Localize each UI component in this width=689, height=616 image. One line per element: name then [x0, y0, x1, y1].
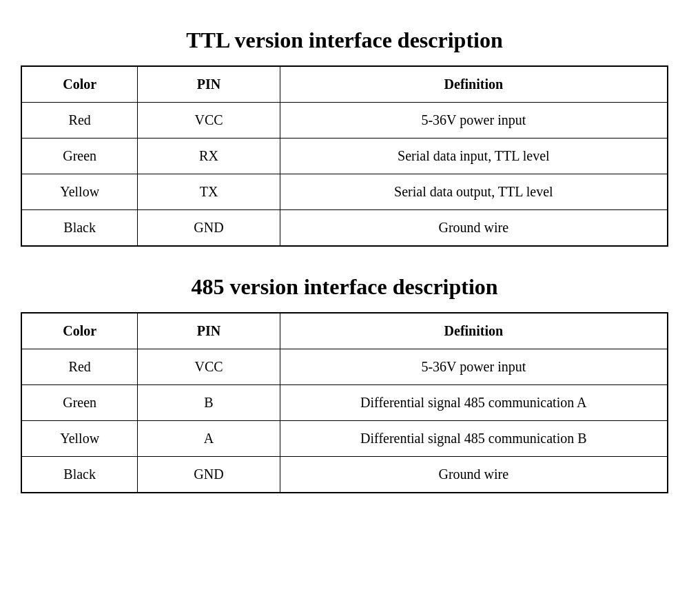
ttl-row-def-3: Ground wire: [280, 210, 668, 247]
ttl-row-pin-0: VCC: [138, 103, 280, 138]
rs485-section: 485 version interface description Color …: [21, 260, 668, 493]
table-row: Black GND Ground wire: [21, 210, 668, 247]
rs485-title: 485 version interface description: [21, 260, 668, 312]
table-row: Red VCC 5-36V power input: [21, 349, 668, 385]
ttl-row-color-1: Green: [21, 138, 138, 174]
ttl-section: TTL version interface description Color …: [21, 14, 668, 247]
rs485-header-def: Definition: [280, 313, 668, 349]
ttl-row-color-0: Red: [21, 103, 138, 138]
rs485-row-color-1: Green: [21, 385, 138, 421]
rs485-row-pin-1: B: [138, 385, 280, 421]
ttl-row-def-1: Serial data input, TTL level: [280, 138, 668, 174]
rs485-header-color: Color: [21, 313, 138, 349]
table-row: Yellow A Differential signal 485 communi…: [21, 421, 668, 457]
rs485-row-def-2: Differential signal 485 communication B: [280, 421, 668, 457]
table-row: Yellow TX Serial data output, TTL level: [21, 174, 668, 210]
rs485-row-pin-2: A: [138, 421, 280, 457]
rs485-row-color-2: Yellow: [21, 421, 138, 457]
rs485-row-pin-0: VCC: [138, 349, 280, 385]
rs485-row-def-1: Differential signal 485 communication A: [280, 385, 668, 421]
rs485-row-def-0: 5-36V power input: [280, 349, 668, 385]
rs485-table: Color PIN Definition Red VCC 5-36V power…: [21, 312, 668, 493]
ttl-row-pin-3: GND: [138, 210, 280, 247]
rs485-row-pin-3: GND: [138, 457, 280, 493]
ttl-row-pin-1: RX: [138, 138, 280, 174]
rs485-row-def-3: Ground wire: [280, 457, 668, 493]
ttl-row-color-2: Yellow: [21, 174, 138, 210]
rs485-row-color-0: Red: [21, 349, 138, 385]
ttl-row-def-0: 5-36V power input: [280, 103, 668, 138]
ttl-header-pin: PIN: [138, 66, 280, 103]
rs485-row-color-3: Black: [21, 457, 138, 493]
ttl-row-color-3: Black: [21, 210, 138, 247]
ttl-header-def: Definition: [280, 66, 668, 103]
ttl-row-pin-2: TX: [138, 174, 280, 210]
table-row: Red VCC 5-36V power input: [21, 103, 668, 138]
table-row: Green RX Serial data input, TTL level: [21, 138, 668, 174]
ttl-header-color: Color: [21, 66, 138, 103]
ttl-table: Color PIN Definition Red VCC 5-36V power…: [21, 65, 668, 247]
ttl-header-row: Color PIN Definition: [21, 66, 668, 103]
ttl-row-def-2: Serial data output, TTL level: [280, 174, 668, 210]
table-row: Green B Differential signal 485 communic…: [21, 385, 668, 421]
rs485-header-row: Color PIN Definition: [21, 313, 668, 349]
ttl-title: TTL version interface description: [21, 14, 668, 65]
rs485-header-pin: PIN: [138, 313, 280, 349]
table-row: Black GND Ground wire: [21, 457, 668, 493]
